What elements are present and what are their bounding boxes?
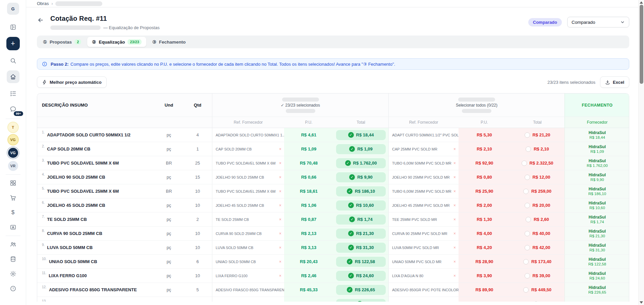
remove-mapping-icon[interactable]: × — [279, 203, 281, 208]
chat-icon[interactable]: 99+ — [7, 104, 19, 114]
supplier2-pu-cell[interactable]: R$ 25,90 — [459, 184, 510, 198]
remove-mapping-icon[interactable]: × — [279, 231, 281, 236]
supplier1-total-selected[interactable]: ✓ R$ 226,65 — [336, 285, 386, 295]
user-avatar-vg[interactable]: VG — [8, 135, 18, 145]
database-icon[interactable] — [7, 254, 19, 264]
supplier1-selection-label[interactable]: ✓ 23/23 selecionados — [281, 103, 320, 108]
remove-mapping-icon[interactable]: × — [453, 217, 456, 222]
supplier2-pu-cell[interactable]: R$ 1,30 — [459, 212, 510, 226]
remove-mapping-icon[interactable]: × — [453, 231, 456, 236]
view-select[interactable]: Comparado — [567, 17, 629, 27]
tasks-icon[interactable] — [7, 88, 19, 99]
remove-mapping-icon[interactable]: × — [453, 175, 456, 180]
back-arrow-icon[interactable] — [37, 16, 44, 24]
remove-mapping-icon[interactable]: × — [279, 259, 281, 264]
auto-best-price-button[interactable]: Melhor preço automático — [37, 76, 107, 88]
supplier1-total-selected[interactable]: ✓ R$ 9,90 — [336, 172, 386, 182]
remove-mapping-icon[interactable]: × — [279, 245, 281, 250]
supplier1-total-selected[interactable]: ✓ R$ 1.762,00 — [336, 158, 386, 168]
supplier2-total-cell[interactable]: R$ 39,00 — [510, 269, 565, 283]
supplier2-pu-cell[interactable]: R$ 0,80 — [459, 170, 510, 184]
modules-grid-icon[interactable] — [7, 178, 19, 188]
tab-propostas[interactable]: ① Propostas 2 — [38, 37, 86, 47]
supplier2-total-cell[interactable]: R$ 449,50 — [510, 283, 565, 297]
scrollbar-thumb[interactable] — [640, 5, 643, 84]
search-icon[interactable] — [7, 56, 19, 66]
remove-mapping-icon[interactable]: × — [453, 203, 456, 208]
tab-fechamento[interactable]: ③ Fechamento — [148, 37, 191, 47]
supplier2-total-cell[interactable]: R$ 2.322,50 — [510, 156, 565, 170]
scrollbar-down-arrow[interactable] — [640, 301, 643, 304]
cart-icon[interactable] — [7, 193, 19, 203]
supplier1-pu-cell[interactable]: R$ 45,33 — [284, 283, 333, 297]
supplier1-total-selected[interactable]: ✓ R$ 186,10 — [336, 186, 386, 196]
supplier2-pu-cell[interactable]: R$ 89,90 — [459, 283, 510, 297]
add-button[interactable]: + — [6, 37, 20, 50]
remove-mapping-icon[interactable]: × — [279, 273, 281, 278]
supplier1-pu-cell[interactable]: R$ 2,46 — [284, 269, 333, 283]
remove-mapping-icon[interactable]: × — [279, 161, 281, 166]
supplier2-select-all[interactable]: Selecionar todos (0/22) — [456, 103, 497, 108]
supplier2-total-cell[interactable]: R$ 21,20 — [510, 128, 565, 142]
remove-mapping-icon[interactable]: × — [453, 259, 456, 264]
supplier2-total-cell[interactable]: R$ 259,00 — [510, 184, 565, 198]
supplier2-pu-cell[interactable]: R$ 92,90 — [459, 156, 510, 170]
scrollbar-up-arrow[interactable] — [640, 1, 643, 4]
vertical-scrollbar[interactable] — [638, 0, 644, 305]
supplier1-pu-cell[interactable]: R$ 0,87 — [284, 212, 333, 226]
supplier1-total-selected[interactable]: ✓ R$ 18,44 — [336, 130, 386, 140]
supplier2-total-cell[interactable]: R$ 20,00 — [510, 198, 565, 212]
remove-mapping-icon[interactable]: × — [453, 245, 456, 250]
supplier1-pu-cell[interactable] — [284, 297, 333, 302]
remove-mapping-icon[interactable]: × — [279, 175, 281, 180]
supplier1-total-selected[interactable]: ✓ R$ 1,09 — [336, 144, 386, 154]
supplier1-pu-cell[interactable]: R$ 2,13 — [284, 227, 333, 240]
supplier2-pu-cell[interactable]: R$ 2,10 — [459, 142, 510, 156]
remove-mapping-icon[interactable]: × — [453, 161, 456, 166]
supplier1-pu-cell[interactable]: R$ 70,48 — [284, 156, 333, 170]
users-icon[interactable] — [7, 239, 19, 249]
supplier1-total-selected[interactable]: ✓ — [336, 299, 386, 302]
supplier2-total-cell[interactable]: R$ 42,00 — [510, 241, 565, 254]
user-avatar-vg-selected[interactable]: VG — [8, 148, 18, 158]
sidebar-toggle-icon[interactable] — [7, 22, 19, 32]
supplier1-total-selected[interactable]: ✓ R$ 31,30 — [336, 243, 386, 253]
home-icon[interactable] — [7, 70, 19, 83]
remove-mapping-icon[interactable]: × — [279, 147, 281, 151]
supplier1-pu-cell[interactable]: R$ 1,06 — [284, 198, 333, 212]
supplier1-pu-cell[interactable]: R$ 1,09 — [284, 142, 333, 156]
breadcrumb-root[interactable]: Obras — [37, 1, 49, 6]
supplier1-pu-cell[interactable]: R$ 20,43 — [284, 255, 333, 268]
supplier2-pu-cell[interactable]: R$ 28,90 — [459, 255, 510, 268]
remove-mapping-icon[interactable]: × — [453, 147, 456, 151]
supplier1-total-selected[interactable]: ✓ R$ 21,30 — [336, 229, 386, 239]
supplier2-total-cell[interactable]: R$ 40,00 — [510, 227, 565, 240]
gear-icon[interactable] — [7, 269, 19, 279]
supplier2-pu-cell[interactable]: R$ 4,00 — [459, 227, 510, 240]
supplier2-total-cell[interactable]: R$ 173,40 — [510, 255, 565, 268]
supplier1-pu-cell[interactable]: R$ 18,61 — [284, 184, 333, 198]
finance-dollar-icon[interactable]: $ — [7, 207, 19, 218]
excel-export-button[interactable]: Excel — [600, 76, 629, 88]
supplier2-pu-cell[interactable]: R$ 2,00 — [459, 198, 510, 212]
user-avatar-t[interactable]: T — [8, 122, 18, 132]
supplier2-pu-cell[interactable]: R$ 4,20 — [459, 241, 510, 254]
help-icon[interactable]: ? — [7, 284, 19, 294]
supplier2-pu-cell[interactable] — [459, 297, 510, 302]
supplier1-total-selected[interactable]: ✓ R$ 1,74 — [336, 215, 386, 225]
tab-equalizacao[interactable]: ② Equalização 23/23 — [87, 37, 146, 47]
remove-mapping-icon[interactable]: × — [453, 189, 456, 194]
supplier1-pu-cell[interactable]: R$ 3,13 — [284, 241, 333, 254]
supplier1-total-selected[interactable]: ✓ R$ 10,60 — [336, 200, 386, 210]
supplier1-total-selected[interactable]: ✓ R$ 122,58 — [336, 257, 386, 267]
supplier2-total-cell[interactable]: R$ 2,10 — [510, 142, 565, 156]
supplier2-total-cell[interactable] — [510, 297, 565, 302]
remove-mapping-icon[interactable]: × — [279, 189, 281, 194]
id-badge-icon[interactable] — [7, 222, 19, 232]
workspace-avatar[interactable]: G — [7, 3, 19, 15]
remove-mapping-icon[interactable]: × — [279, 217, 281, 222]
supplier2-total-cell[interactable]: R$ 12,00 — [510, 170, 565, 184]
supplier2-pu-cell[interactable]: R$ 5,30 — [459, 128, 510, 142]
supplier1-pu-cell[interactable]: R$ 4,61 — [284, 128, 333, 142]
supplier1-pu-cell[interactable]: R$ 0,66 — [284, 170, 333, 184]
